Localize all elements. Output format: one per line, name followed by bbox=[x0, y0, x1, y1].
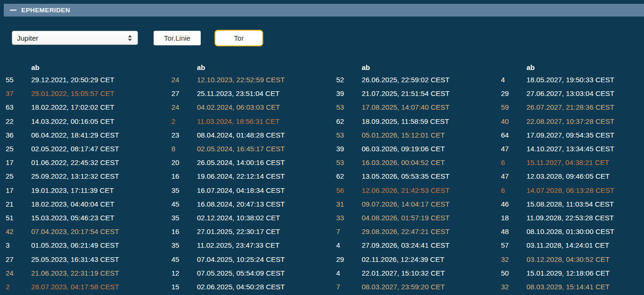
table-row: 2118.02.2023, 04:40:04 CET bbox=[6, 197, 161, 211]
collapse-minus-icon[interactable] bbox=[10, 9, 17, 11]
table-row: 1627.01.2025, 22:30:17 CET bbox=[172, 225, 322, 238]
table-row: 3109.07.2026, 14:04:17 CEST bbox=[336, 197, 483, 211]
tor-number: 21 bbox=[6, 200, 31, 208]
tor-number: 29 bbox=[336, 255, 362, 263]
transit-datetime: 07.04.2025, 10:25:24 CEST bbox=[197, 255, 322, 263]
transit-datetime: 16.07.2024, 04:18:34 CEST bbox=[197, 186, 322, 194]
transit-datetime: 04.08.2026, 01:57:19 CEST bbox=[362, 214, 483, 222]
table-row: 4714.10.2027, 13:34:45 CEST bbox=[501, 142, 644, 156]
transit-datetime: 14.07.2028, 06:13:28 CEST bbox=[526, 186, 644, 194]
tor-number: 35 bbox=[172, 186, 197, 194]
transit-datetime: 14.03.2022, 00:16:05 CET bbox=[31, 117, 161, 125]
transit-datetime: 18.05.2027, 19:50:33 CEST bbox=[526, 76, 644, 84]
transit-datetime: 28.07.2023, 04:17:58 CEST bbox=[31, 283, 161, 291]
table-row: 3203.12.2028, 04:30:52 CET bbox=[501, 252, 644, 266]
tor-number: 63 bbox=[6, 103, 31, 111]
tor-number: 55 bbox=[6, 76, 31, 84]
tor-button[interactable]: Tor bbox=[215, 30, 263, 46]
table-row: 5305.01.2026, 15:12:01 CET bbox=[336, 128, 483, 142]
table-row: 708.03.2027, 23:59:20 CET bbox=[336, 280, 483, 294]
table-row: 615.11.2027, 04:38:21 CET bbox=[501, 156, 644, 169]
transit-datetime: 29.12.2021, 20:50:29 CET bbox=[31, 76, 161, 84]
ephemeris-column-1: ab5529.12.2021, 20:50:29 CET3725.01.2022… bbox=[0, 62, 161, 294]
transit-datetime: 03.11.2028, 14:24:01 CET bbox=[526, 241, 644, 249]
table-row: 3511.02.2025, 23:47:33 CET bbox=[172, 238, 322, 252]
ephemeris-column-4: ab418.05.2027, 19:50:33 CEST2927.06.2027… bbox=[483, 62, 644, 294]
tor-number: 42 bbox=[6, 227, 31, 235]
ephemeriden-panel-header[interactable]: EPHEMERIDEN bbox=[4, 4, 644, 17]
column-header-row: ab bbox=[336, 62, 483, 73]
transit-datetime: 18.02.2023, 04:40:04 CET bbox=[31, 200, 161, 208]
tor-number: 15 bbox=[172, 283, 197, 291]
tor-number: 45 bbox=[172, 200, 197, 208]
tor-number: 33 bbox=[336, 214, 362, 222]
tor-number: 4 bbox=[336, 269, 362, 277]
transit-datetime: 22.08.2027, 10:37:28 CEST bbox=[526, 117, 644, 125]
table-row: 5612.06.2026, 21:42:53 CEST bbox=[336, 183, 483, 197]
tor-number: 6 bbox=[501, 158, 526, 166]
tor-number: 29 bbox=[501, 89, 526, 97]
column-header-ab: ab bbox=[526, 63, 644, 71]
tor-number: 12 bbox=[172, 269, 197, 277]
table-row: 3304.08.2026, 01:57:19 CEST bbox=[336, 211, 483, 225]
transit-datetime: 18.09.2025, 11:58:59 CEST bbox=[362, 117, 483, 125]
tor-number: 4 bbox=[336, 241, 362, 249]
tor-number: 35 bbox=[172, 241, 197, 249]
tor-number: 16 bbox=[172, 227, 197, 235]
tor-number: 20 bbox=[172, 158, 197, 166]
transit-datetime: 21.07.2025, 21:51:54 CEST bbox=[362, 89, 483, 97]
transit-datetime: 26.07.2027, 21:28:36 CEST bbox=[526, 103, 644, 111]
tor-linie-button[interactable]: Tor.Linie bbox=[154, 31, 201, 45]
tor-number: 37 bbox=[6, 89, 31, 97]
table-row: 802.05.2024, 16:45:17 CEST bbox=[172, 142, 322, 156]
table-row: 4207.04.2023, 20:17:54 CEST bbox=[6, 225, 161, 238]
transit-datetime: 17.08.2025, 14:07:40 CEST bbox=[362, 103, 483, 111]
tor-number: 23 bbox=[172, 131, 197, 139]
tor-number: 17 bbox=[6, 186, 31, 194]
tor-number: 51 bbox=[6, 214, 31, 222]
transit-datetime: 27.09.2026, 03:24:41 CEST bbox=[362, 241, 483, 249]
table-row: 4712.03.2028, 09:46:05 CET bbox=[501, 169, 644, 183]
transit-datetime: 26.06.2025, 22:59:02 CEST bbox=[362, 76, 483, 84]
transit-datetime: 15.08.2028, 11:03:54 CEST bbox=[526, 200, 644, 208]
table-row: 6318.02.2022, 17:02:02 CET bbox=[6, 100, 161, 114]
transit-datetime: 16.03.2026, 00:04:52 CET bbox=[362, 158, 483, 166]
tor-number: 45 bbox=[172, 255, 197, 263]
transit-datetime: 07.04.2023, 20:17:54 CEST bbox=[31, 227, 161, 235]
transit-datetime: 04.02.2024, 06:03:03 CET bbox=[197, 103, 322, 111]
table-row: 2927.06.2027, 13:03:04 CEST bbox=[501, 87, 644, 100]
tor-number: 52 bbox=[336, 76, 362, 84]
table-row: 2026.05.2024, 14:00:16 CEST bbox=[172, 156, 322, 169]
tor-number: 22 bbox=[6, 117, 31, 125]
table-row: 3502.12.2024, 10:38:02 CET bbox=[172, 211, 322, 225]
controls-row: Jupiter Tor.Linie Tor bbox=[12, 29, 644, 46]
transit-datetime: 06.04.2022, 18:41:29 CEST bbox=[31, 131, 161, 139]
tor-number: 2 bbox=[172, 117, 197, 125]
table-row: 6218.09.2025, 11:58:59 CEST bbox=[336, 114, 483, 128]
tor-number: 3 bbox=[6, 241, 31, 249]
table-row: 3906.03.2026, 09:19:06 CET bbox=[336, 142, 483, 156]
tor-number: 16 bbox=[172, 172, 197, 180]
transit-datetime: 22.01.2027, 15:10:32 CET bbox=[362, 269, 483, 277]
transit-datetime: 15.01.2029, 12:18:06 CET bbox=[526, 269, 644, 277]
table-row: 6213.05.2026, 05:53:35 CEST bbox=[336, 169, 483, 183]
transit-datetime: 19.06.2024, 22:12:14 CEST bbox=[197, 172, 322, 180]
transit-datetime: 11.02.2025, 23:47:33 CET bbox=[197, 241, 322, 249]
ephemeriden-page: { "panel": { "title": "EPHEMERIDEN" }, "… bbox=[0, 0, 644, 295]
tor-number: 40 bbox=[501, 117, 526, 125]
tor-number: 32 bbox=[501, 255, 526, 263]
planet-select[interactable]: Jupiter bbox=[12, 31, 138, 45]
column-header-ab: ab bbox=[362, 63, 483, 71]
table-row: 427.09.2026, 03:24:41 CEST bbox=[336, 238, 483, 252]
table-row: 1619.06.2024, 22:12:14 CEST bbox=[172, 169, 322, 183]
table-row: 6417.09.2027, 09:54:35 CEST bbox=[501, 128, 644, 142]
ephemeris-table: ab5529.12.2021, 20:50:29 CET3725.01.2022… bbox=[0, 62, 644, 294]
tor-number: 2 bbox=[6, 283, 31, 291]
table-row: 2214.03.2022, 00:16:05 CET bbox=[6, 114, 161, 128]
transit-datetime: 25.11.2023, 23:51:04 CET bbox=[197, 89, 322, 97]
table-row: 2902.11.2026, 12:24:39 CET bbox=[336, 252, 483, 266]
table-row: 5115.03.2023, 05:46:23 CET bbox=[6, 211, 161, 225]
tor-number: 47 bbox=[501, 145, 526, 153]
tor-number: 7 bbox=[336, 283, 362, 291]
transit-datetime: 29.08.2026, 22:47:21 CEST bbox=[362, 227, 483, 235]
